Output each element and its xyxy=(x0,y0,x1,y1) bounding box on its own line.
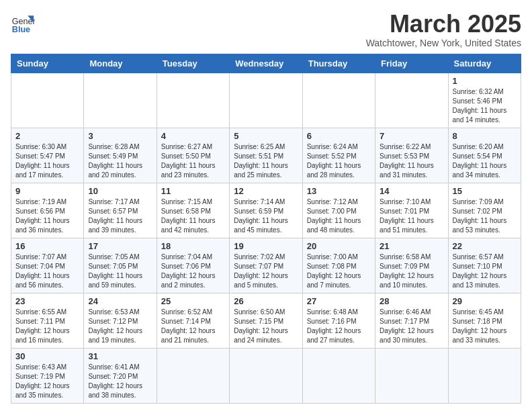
calendar-cell: 24Sunrise: 6:53 AMSunset: 7:12 PMDayligh… xyxy=(84,293,157,348)
weekday-header: Saturday xyxy=(448,54,521,73)
logo-icon: General Blue xyxy=(11,11,35,35)
day-info: Sunrise: 6:28 AMSunset: 5:49 PMDaylight:… xyxy=(88,142,152,180)
calendar-cell: 12Sunrise: 7:14 AMSunset: 6:59 PMDayligh… xyxy=(230,183,302,238)
day-info: Sunrise: 6:25 AMSunset: 5:51 PMDaylight:… xyxy=(234,142,298,180)
day-number: 30 xyxy=(15,351,79,361)
day-number: 31 xyxy=(88,351,152,361)
day-number: 15 xyxy=(453,186,517,196)
calendar-cell: 4Sunrise: 6:27 AMSunset: 5:50 PMDaylight… xyxy=(157,128,229,183)
calendar-week-row: 2Sunrise: 6:30 AMSunset: 5:47 PMDaylight… xyxy=(11,128,521,183)
calendar-week-row: 1Sunrise: 6:32 AMSunset: 5:46 PMDaylight… xyxy=(11,73,521,128)
calendar-cell: 26Sunrise: 6:50 AMSunset: 7:15 PMDayligh… xyxy=(230,293,302,348)
weekday-header: Thursday xyxy=(302,54,375,73)
day-number: 22 xyxy=(453,241,517,251)
day-number: 18 xyxy=(161,241,225,251)
day-info: Sunrise: 6:41 AMSunset: 7:20 PMDaylight:… xyxy=(88,363,152,400)
calendar-cell: 5Sunrise: 6:25 AMSunset: 5:51 PMDaylight… xyxy=(230,128,302,183)
weekday-header: Friday xyxy=(375,54,448,73)
day-info: Sunrise: 7:14 AMSunset: 6:59 PMDaylight:… xyxy=(234,197,298,235)
day-number: 10 xyxy=(88,186,152,196)
day-number: 27 xyxy=(307,296,371,306)
calendar-week-row: 23Sunrise: 6:55 AMSunset: 7:11 PMDayligh… xyxy=(11,293,521,348)
page-header: General Blue March 2025 Watchtower, New … xyxy=(11,11,521,48)
day-number: 20 xyxy=(307,241,371,251)
calendar-cell xyxy=(302,73,375,128)
title-section: March 2025 Watchtower, New York, United … xyxy=(366,11,521,48)
day-info: Sunrise: 6:52 AMSunset: 7:14 PMDaylight:… xyxy=(161,308,225,345)
day-number: 7 xyxy=(380,131,443,141)
weekday-header: Monday xyxy=(84,54,157,73)
day-info: Sunrise: 7:00 AMSunset: 7:08 PMDaylight:… xyxy=(307,253,371,290)
calendar-cell: 2Sunrise: 6:30 AMSunset: 5:47 PMDaylight… xyxy=(11,128,84,183)
calendar-cell xyxy=(448,348,521,403)
day-info: Sunrise: 6:30 AMSunset: 5:47 PMDaylight:… xyxy=(15,142,79,180)
day-number: 5 xyxy=(234,131,298,141)
day-info: Sunrise: 7:10 AMSunset: 7:01 PMDaylight:… xyxy=(380,197,443,235)
svg-text:Blue: Blue xyxy=(12,25,30,34)
calendar-header-row: SundayMondayTuesdayWednesdayThursdayFrid… xyxy=(11,54,521,73)
day-info: Sunrise: 6:58 AMSunset: 7:09 PMDaylight:… xyxy=(380,253,443,290)
day-number: 6 xyxy=(307,131,371,141)
day-number: 3 xyxy=(88,131,152,141)
day-number: 11 xyxy=(161,186,225,196)
day-info: Sunrise: 7:19 AMSunset: 6:56 PMDaylight:… xyxy=(15,197,79,235)
calendar-cell: 20Sunrise: 7:00 AMSunset: 7:08 PMDayligh… xyxy=(302,238,375,293)
calendar-cell xyxy=(84,73,157,128)
calendar-cell xyxy=(375,348,448,403)
calendar-cell: 27Sunrise: 6:48 AMSunset: 7:16 PMDayligh… xyxy=(302,293,375,348)
calendar-cell: 11Sunrise: 7:15 AMSunset: 6:58 PMDayligh… xyxy=(157,183,229,238)
calendar-cell: 18Sunrise: 7:04 AMSunset: 7:06 PMDayligh… xyxy=(157,238,229,293)
weekday-header: Tuesday xyxy=(157,54,229,73)
calendar-week-row: 30Sunrise: 6:43 AMSunset: 7:19 PMDayligh… xyxy=(11,348,521,403)
calendar-cell: 15Sunrise: 7:09 AMSunset: 7:02 PMDayligh… xyxy=(448,183,521,238)
day-info: Sunrise: 6:57 AMSunset: 7:10 PMDaylight:… xyxy=(453,253,517,290)
calendar-cell: 7Sunrise: 6:22 AMSunset: 5:53 PMDaylight… xyxy=(375,128,448,183)
day-number: 23 xyxy=(15,296,79,306)
day-info: Sunrise: 6:32 AMSunset: 5:46 PMDaylight:… xyxy=(453,87,517,125)
weekday-header: Wednesday xyxy=(230,54,302,73)
day-info: Sunrise: 7:07 AMSunset: 7:04 PMDaylight:… xyxy=(15,253,79,290)
day-number: 24 xyxy=(88,296,152,306)
day-info: Sunrise: 7:12 AMSunset: 7:00 PMDaylight:… xyxy=(307,197,371,235)
calendar-cell: 19Sunrise: 7:02 AMSunset: 7:07 PMDayligh… xyxy=(230,238,302,293)
day-info: Sunrise: 6:55 AMSunset: 7:11 PMDaylight:… xyxy=(15,308,79,345)
location: Watchtower, New York, United States xyxy=(366,38,521,48)
day-info: Sunrise: 6:27 AMSunset: 5:50 PMDaylight:… xyxy=(161,142,225,180)
day-info: Sunrise: 6:20 AMSunset: 5:54 PMDaylight:… xyxy=(453,142,517,180)
calendar-cell: 3Sunrise: 6:28 AMSunset: 5:49 PMDaylight… xyxy=(84,128,157,183)
calendar-cell: 25Sunrise: 6:52 AMSunset: 7:14 PMDayligh… xyxy=(157,293,229,348)
day-number: 17 xyxy=(88,241,152,251)
month-title: March 2025 xyxy=(366,11,521,38)
day-info: Sunrise: 6:24 AMSunset: 5:52 PMDaylight:… xyxy=(307,142,371,180)
calendar-cell: 10Sunrise: 7:17 AMSunset: 6:57 PMDayligh… xyxy=(84,183,157,238)
calendar-cell: 13Sunrise: 7:12 AMSunset: 7:00 PMDayligh… xyxy=(302,183,375,238)
calendar-cell xyxy=(230,348,302,403)
day-info: Sunrise: 6:50 AMSunset: 7:15 PMDaylight:… xyxy=(234,308,298,345)
day-number: 12 xyxy=(234,186,298,196)
day-number: 19 xyxy=(234,241,298,251)
day-info: Sunrise: 6:48 AMSunset: 7:16 PMDaylight:… xyxy=(307,308,371,345)
calendar-cell: 17Sunrise: 7:05 AMSunset: 7:05 PMDayligh… xyxy=(84,238,157,293)
day-number: 29 xyxy=(453,296,517,306)
calendar-week-row: 16Sunrise: 7:07 AMSunset: 7:04 PMDayligh… xyxy=(11,238,521,293)
calendar-cell: 23Sunrise: 6:55 AMSunset: 7:11 PMDayligh… xyxy=(11,293,84,348)
day-info: Sunrise: 6:46 AMSunset: 7:17 PMDaylight:… xyxy=(380,308,443,345)
day-number: 21 xyxy=(380,241,443,251)
calendar-cell: 31Sunrise: 6:41 AMSunset: 7:20 PMDayligh… xyxy=(84,348,157,403)
logo: General Blue xyxy=(11,11,35,35)
day-info: Sunrise: 7:05 AMSunset: 7:05 PMDaylight:… xyxy=(88,253,152,290)
calendar-cell xyxy=(157,348,229,403)
calendar-cell xyxy=(375,73,448,128)
day-number: 28 xyxy=(380,296,443,306)
calendar-cell: 9Sunrise: 7:19 AMSunset: 6:56 PMDaylight… xyxy=(11,183,84,238)
calendar-cell xyxy=(230,73,302,128)
weekday-header: Sunday xyxy=(11,54,84,73)
day-number: 13 xyxy=(307,186,371,196)
calendar-cell: 30Sunrise: 6:43 AMSunset: 7:19 PMDayligh… xyxy=(11,348,84,403)
calendar-cell: 16Sunrise: 7:07 AMSunset: 7:04 PMDayligh… xyxy=(11,238,84,293)
day-info: Sunrise: 7:17 AMSunset: 6:57 PMDaylight:… xyxy=(88,197,152,235)
day-number: 26 xyxy=(234,296,298,306)
calendar-cell: 8Sunrise: 6:20 AMSunset: 5:54 PMDaylight… xyxy=(448,128,521,183)
day-number: 8 xyxy=(453,131,517,141)
day-info: Sunrise: 7:15 AMSunset: 6:58 PMDaylight:… xyxy=(161,197,225,235)
